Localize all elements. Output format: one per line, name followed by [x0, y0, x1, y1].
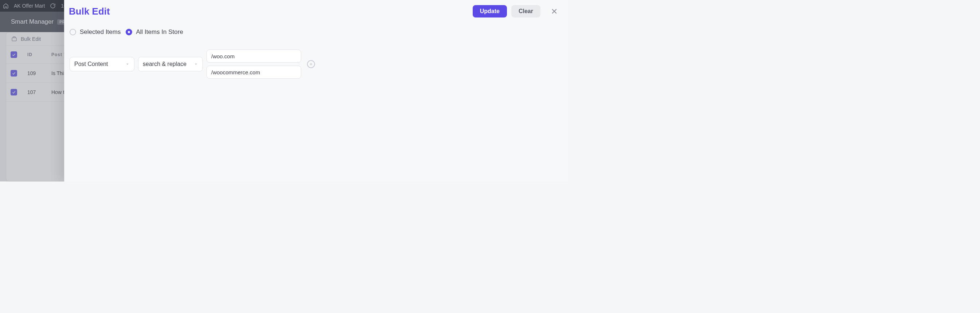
replace-value-input[interactable]	[207, 65, 301, 79]
radio-all-items[interactable]	[126, 29, 132, 35]
radio-label-all[interactable]: All Items In Store	[136, 29, 183, 36]
bulk-edit-rule-row: Post Content search & replace	[70, 50, 563, 79]
chevron-down-icon	[194, 62, 198, 66]
chevron-down-icon	[125, 62, 130, 66]
modal-title: Bulk Edit	[69, 6, 110, 17]
clear-button[interactable]: Clear	[511, 5, 541, 18]
field-select-value: Post Content	[74, 61, 108, 67]
search-value-input[interactable]	[207, 50, 301, 63]
operation-select-value: search & replace	[143, 61, 186, 67]
add-rule-icon[interactable]	[307, 60, 315, 68]
close-icon[interactable]	[549, 5, 560, 17]
bulk-edit-modal: Bulk Edit Update Clear Selected Items Al…	[64, 0, 568, 182]
svg-marker-4	[195, 64, 197, 65]
radio-label-selected[interactable]: Selected Items	[80, 29, 121, 36]
scope-radio-group: Selected Items All Items In Store	[70, 29, 563, 36]
update-button[interactable]: Update	[473, 5, 507, 18]
svg-marker-3	[126, 64, 129, 65]
operation-select[interactable]: search & replace	[138, 57, 203, 72]
radio-selected-items[interactable]	[70, 29, 76, 35]
field-select[interactable]: Post Content	[70, 57, 134, 72]
